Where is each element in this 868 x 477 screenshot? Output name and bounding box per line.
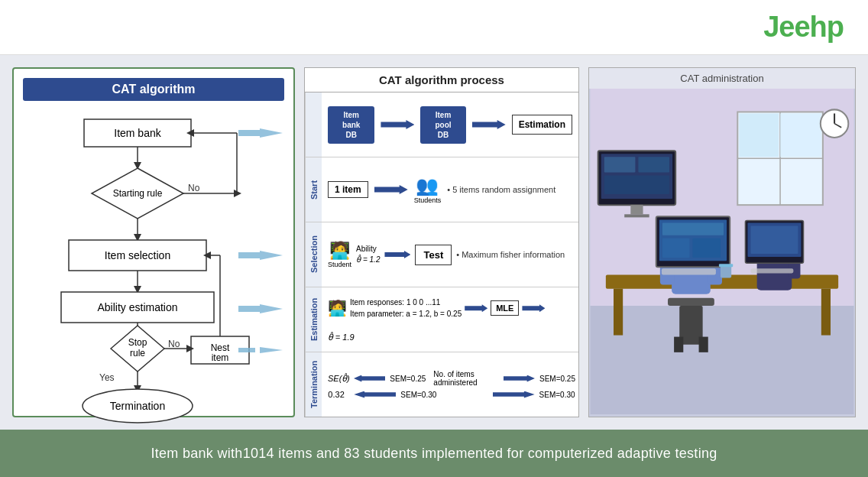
term-row-2: 0.32 SEM=0.30 administered SEM=0.30: [328, 390, 575, 399]
svg-rect-88: [751, 226, 798, 255]
logo-text: Jeeh: [763, 11, 827, 43]
svg-rect-42: [238, 252, 260, 258]
start-arrow: [374, 185, 408, 194]
admin-illustration: [589, 89, 855, 414]
cat-administration-panel: CAT administration: [588, 67, 856, 417]
sem-025-right: SEM=0.25: [539, 375, 575, 383]
ability-theta-group: Ability θ̂ = 1.2: [356, 244, 380, 265]
students-icon: 👥: [416, 175, 439, 196]
svg-rect-68: [668, 298, 714, 306]
flowchart-svg: Item bank Starting rule No Item selectio…: [23, 112, 283, 425]
svg-rect-71: [699, 337, 708, 352]
svg-rect-67: [821, 289, 831, 336]
estimation-label: Estimation: [305, 287, 322, 352]
selection-label: Selection: [305, 222, 322, 287]
student-ability-group: 🧑‍💻 Student: [328, 241, 351, 268]
students-label: Students: [414, 196, 442, 204]
mle-box: MLE: [491, 300, 519, 316]
estimation-arrow-2: [522, 304, 545, 312]
one-item-box: 1 item: [328, 181, 368, 198]
svg-rect-57: [604, 157, 636, 172]
logo-accent: p: [827, 11, 844, 43]
student-icon: 🧑‍💻: [329, 241, 350, 261]
process-estimation-section: Estimation 🧑‍💻 Item responses: 1 0 0 ...…: [305, 287, 578, 352]
svg-marker-41: [260, 251, 283, 260]
svg-rect-89: [662, 268, 716, 274]
selection-content: 🧑‍💻 Student Ability θ̂ = 1.2 Test • Maxi…: [322, 222, 578, 287]
footer: Item bank with1014 items and 83 students…: [0, 430, 868, 477]
term-row-1: SE(θ̂) SEM=0.25 No. of items administere…: [328, 370, 575, 387]
selection-arrow: [384, 251, 410, 258]
svg-rect-59: [604, 176, 669, 194]
cat-algorithm-panel: CAT algorithm Item bank Starting rule No: [12, 67, 295, 417]
svg-rect-84: [662, 238, 690, 258]
svg-marker-39: [260, 128, 283, 138]
termination-content: SE(θ̂) SEM=0.25 No. of items administere…: [322, 352, 581, 417]
svg-marker-10: [234, 190, 241, 197]
svg-text:No: No: [188, 183, 200, 193]
student-label: Student: [328, 261, 351, 268]
svg-marker-43: [260, 304, 283, 313]
db-arrow-2: [472, 120, 506, 129]
term-left-arrow-1: [354, 375, 385, 382]
start-bullet: • 5 items random assignment: [447, 185, 572, 194]
svg-text:item: item: [212, 352, 229, 363]
svg-text:Starting rule: Starting rule: [113, 188, 163, 199]
svg-rect-70: [674, 337, 683, 352]
logo: Jeehp: [763, 11, 844, 44]
students-icon-group: 👥 Students: [414, 175, 442, 204]
estimation-arrow-1: [465, 304, 487, 312]
start-content: 1 item 👥 Students • 5 items random assig…: [322, 157, 578, 222]
svg-text:Yes: Yes: [99, 372, 115, 383]
svg-rect-92: [719, 264, 733, 267]
svg-text:Item bank: Item bank: [114, 127, 161, 139]
db-section-label: [305, 92, 322, 157]
svg-rect-90: [751, 268, 794, 273]
svg-text:Nest: Nest: [211, 342, 230, 353]
ability-text: Ability: [356, 244, 380, 255]
sem-025-left: SEM=0.25: [390, 375, 426, 383]
svg-rect-58: [638, 157, 669, 172]
db-section-content: Item bankDB Item poolDB Estimation: [322, 92, 578, 157]
svg-rect-49: [591, 306, 854, 414]
estimation-info: Item responses: 1 0 0 ...11 Item paramet…: [350, 297, 462, 320]
svg-text:Termination: Termination: [110, 400, 165, 412]
footer-text: Item bank with1014 items and 83 students…: [151, 446, 717, 462]
no-items-label: No. of items administered: [433, 370, 498, 387]
item-pool-db-box: Item poolDB: [420, 106, 465, 144]
svg-rect-61: [624, 214, 649, 217]
term-left-arrow-2: [354, 391, 396, 398]
no-items-placeholder: administered: [444, 391, 487, 399]
theta-value: θ̂ = 1.2: [356, 255, 380, 265]
theta-result: θ̂ = 1.9: [328, 333, 355, 342]
process-db-section: Item bankDB Item poolDB Estimation: [305, 92, 578, 157]
main-content: CAT algorithm Item bank Starting rule No: [0, 55, 868, 430]
svg-rect-40: [238, 130, 260, 136]
estimation-person-icon: 🧑‍💻: [328, 299, 347, 317]
se-label: SE(θ̂): [328, 374, 349, 384]
svg-text:Item selection: Item selection: [105, 249, 170, 261]
svg-rect-54: [780, 113, 821, 157]
item-parameter: Item parameter: a = 1.2, b = 0.25: [350, 308, 462, 320]
start-label: Start: [305, 157, 322, 222]
svg-text:Ability estimation: Ability estimation: [97, 301, 177, 313]
svg-rect-91: [721, 265, 731, 277]
process-selection-section: Selection 🧑‍💻 Student Ability θ̂ = 1.2 T…: [305, 222, 578, 287]
svg-text:Stop: Stop: [128, 337, 147, 348]
item-responses: Item responses: 1 0 0 ...11: [350, 297, 462, 308]
svg-rect-60: [630, 205, 643, 214]
svg-marker-45: [260, 347, 283, 353]
sem-030-right: SEM=0.30: [539, 391, 575, 399]
estimation-box: Estimation: [512, 115, 572, 135]
term-right-arrow-2: [493, 391, 535, 398]
svg-text:rule: rule: [130, 348, 145, 359]
svg-rect-66: [614, 289, 623, 336]
test-box: Test: [415, 245, 452, 265]
sem-030-left: SEM=0.30: [400, 391, 436, 399]
selection-bullet: • Maximum fisher information: [456, 250, 572, 259]
process-start-section: Start 1 item 👥 Students • 5 items random…: [305, 157, 578, 222]
svg-text:No: No: [168, 339, 180, 349]
header: Jeehp: [0, 0, 868, 55]
val1: 0.32: [328, 390, 349, 399]
cat-algorithm-title: CAT algorithm: [23, 78, 284, 101]
